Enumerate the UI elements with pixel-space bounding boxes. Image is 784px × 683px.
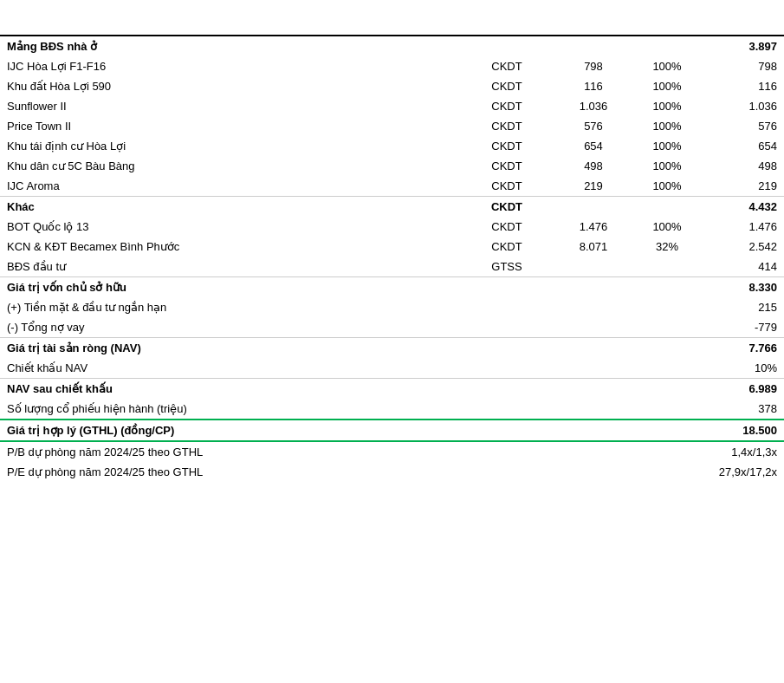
row-method	[455, 462, 559, 482]
row-tl: 100%	[628, 217, 706, 237]
table-row: IJC Hòa Lợi F1-F16CKDT798100%798	[0, 56, 784, 76]
row-npv-tt: 414	[706, 257, 784, 277]
row-npv-tt: 3.897	[706, 36, 784, 56]
row-method: CKDT	[455, 76, 559, 96]
table-row: (+) Tiền mặt & đầu tư ngắn hạn215	[0, 297, 784, 317]
row-label: IJC Hòa Lợi F1-F16	[0, 56, 455, 76]
row-npv-dp	[559, 441, 628, 462]
row-label: Giá trị vốn chủ sở hữu	[0, 277, 455, 298]
row-method: CKDT	[455, 136, 559, 156]
row-method	[455, 399, 559, 420]
table-row: Chiết khấu NAV10%	[0, 358, 784, 379]
row-tl	[628, 257, 706, 277]
row-npv-dp: 498	[559, 156, 628, 176]
row-method: CKDT	[455, 56, 559, 76]
row-npv-dp	[559, 277, 628, 298]
row-npv-tt: 18.500	[706, 420, 784, 441]
row-npv-dp: 116	[559, 76, 628, 96]
table-row: KhácCKDT4.432	[0, 197, 784, 218]
row-method: GTSS	[455, 257, 559, 277]
row-npv-tt: 10%	[706, 358, 784, 379]
row-label: Chiết khấu NAV	[0, 358, 455, 379]
row-npv-dp	[559, 36, 628, 56]
table-row: Giá trị hợp lý (GTHL) (đồng/CP)18.500	[0, 420, 784, 441]
row-method	[455, 338, 559, 359]
row-tl	[628, 317, 706, 338]
table-row: Mảng BĐS nhà ở3.897	[0, 36, 784, 56]
row-tl: 100%	[628, 96, 706, 116]
table-row: (-) Tổng nợ vay-779	[0, 317, 784, 338]
row-label: Mảng BĐS nhà ở	[0, 36, 455, 56]
table-row: BĐS đầu tưGTSS414	[0, 257, 784, 277]
table-row: Giá trị tài sản ròng (NAV)7.766	[0, 338, 784, 359]
row-tl	[628, 297, 706, 317]
table-row: Price Town IICKDT576100%576	[0, 116, 784, 136]
row-tl: 100%	[628, 136, 706, 156]
row-label: Price Town II	[0, 116, 455, 136]
row-tl	[628, 277, 706, 298]
row-npv-dp	[559, 257, 628, 277]
row-npv-dp: 798	[559, 56, 628, 76]
row-label: Giá trị hợp lý (GTHL) (đồng/CP)	[0, 420, 455, 441]
row-npv-tt: 576	[706, 116, 784, 136]
row-label: BOT Quốc lộ 13	[0, 217, 455, 237]
row-npv-dp: 219	[559, 176, 628, 197]
row-tl: 100%	[628, 76, 706, 96]
row-npv-tt: 2.542	[706, 237, 784, 257]
table-row: Khu đất Hòa Lợi 590CKDT116100%116	[0, 76, 784, 96]
row-label: P/B dự phòng năm 2024/25 theo GTHL	[0, 441, 455, 462]
row-npv-dp	[559, 399, 628, 420]
col-header-npv-dp	[559, 0, 628, 36]
row-npv-dp	[559, 358, 628, 379]
row-method	[455, 379, 559, 400]
row-method	[455, 317, 559, 338]
table-row: KCN & KĐT Becamex Bình PhướcCKDT8.07132%…	[0, 237, 784, 257]
row-tl	[628, 36, 706, 56]
row-label: Số lượng cổ phiếu hiện hành (triệu)	[0, 399, 455, 420]
table-row: BOT Quốc lộ 13CKDT1.476100%1.476	[0, 217, 784, 237]
row-method	[455, 420, 559, 441]
row-npv-dp: 576	[559, 116, 628, 136]
table-row: NAV sau chiết khấu6.989	[0, 379, 784, 400]
row-tl: 100%	[628, 116, 706, 136]
row-label: (+) Tiền mặt & đầu tư ngắn hạn	[0, 297, 455, 317]
row-npv-tt: 1.036	[706, 96, 784, 116]
row-label: Khu dân cư 5C Bàu Bàng	[0, 156, 455, 176]
row-method	[455, 441, 559, 462]
row-npv-tt: 219	[706, 176, 784, 197]
table-row: Giá trị vốn chủ sở hữu8.330	[0, 277, 784, 298]
row-npv-dp	[559, 317, 628, 338]
table-row: Số lượng cổ phiếu hiện hành (triệu)378	[0, 399, 784, 420]
row-label: (-) Tổng nợ vay	[0, 317, 455, 338]
row-label: Sunflower II	[0, 96, 455, 116]
row-label: Khu đất Hòa Lợi 590	[0, 76, 455, 96]
row-npv-tt: 4.432	[706, 197, 784, 218]
row-method	[455, 297, 559, 317]
row-tl	[628, 358, 706, 379]
row-npv-tt: 1,4x/1,3x	[706, 441, 784, 462]
row-npv-tt: 1.476	[706, 217, 784, 237]
row-npv-dp	[559, 379, 628, 400]
row-method: CKDT	[455, 156, 559, 176]
row-tl	[628, 462, 706, 482]
row-npv-dp	[559, 338, 628, 359]
table-row: Sunflower IICKDT1.036100%1.036	[0, 96, 784, 116]
row-npv-tt: 6.989	[706, 379, 784, 400]
row-label: IJC Aroma	[0, 176, 455, 197]
row-npv-tt: 654	[706, 136, 784, 156]
row-tl	[628, 379, 706, 400]
row-tl	[628, 441, 706, 462]
row-method: CKDT	[455, 237, 559, 257]
table-row: IJC AromaCKDT219100%219	[0, 176, 784, 197]
row-method	[455, 277, 559, 298]
row-tl: 100%	[628, 176, 706, 197]
row-npv-dp	[559, 462, 628, 482]
row-label: KCN & KĐT Becamex Bình Phước	[0, 237, 455, 257]
row-npv-tt: 8.330	[706, 277, 784, 298]
row-tl: 100%	[628, 56, 706, 76]
row-npv-tt: -779	[706, 317, 784, 338]
table-row: P/E dự phòng năm 2024/25 theo GTHL27,9x/…	[0, 462, 784, 482]
row-tl	[628, 197, 706, 218]
row-method: CKDT	[455, 197, 559, 218]
row-npv-tt: 27,9x/17,2x	[706, 462, 784, 482]
